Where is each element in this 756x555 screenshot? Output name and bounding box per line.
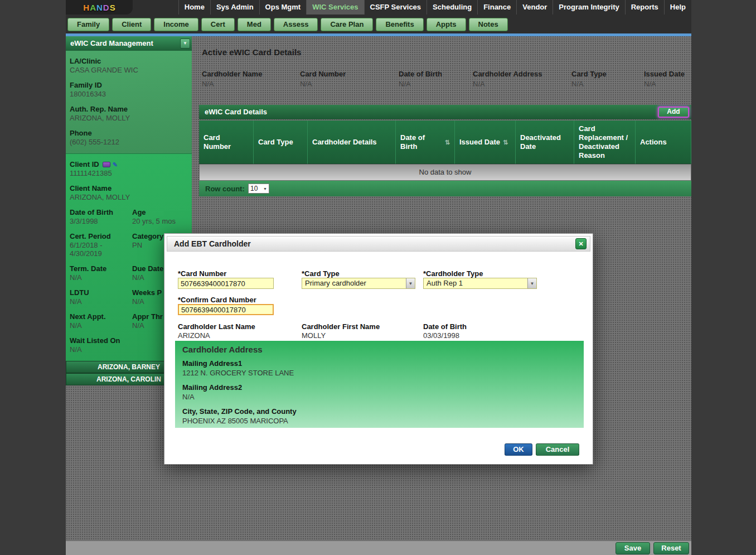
cancel-button[interactable]: Cancel — [536, 443, 579, 456]
column-label: Cardholder Details — [312, 138, 377, 147]
sidebar-header[interactable]: eWIC Card Management ▼ — [66, 36, 192, 51]
table-empty-message: No data to show — [199, 164, 691, 181]
tab-assess[interactable]: Assess — [274, 18, 318, 31]
field-label: Family ID — [70, 81, 188, 89]
column-label: Actions — [640, 138, 667, 147]
ewic-card-icon[interactable] — [103, 162, 110, 167]
dob-label: Date of Birth — [423, 322, 467, 331]
cardholder-type-select[interactable]: Auth Rep 1 ▼ — [423, 278, 537, 289]
summary-label: Card Type — [571, 70, 644, 79]
dialog-title: Add EBT Cardholder — [167, 237, 590, 251]
field-next-appt: Next Appt. N/A — [70, 312, 132, 330]
field-label: Date of Birth — [70, 208, 132, 216]
summary-label: Date of Birth — [399, 70, 473, 79]
column-replacement-reason[interactable]: Card Replacement / Deactivated Reason — [574, 120, 636, 164]
summary-label: Issued Date — [644, 70, 691, 79]
sort-icon[interactable]: ⇅ — [503, 138, 508, 147]
tab-appts[interactable]: Appts — [427, 18, 466, 31]
nav-item-home[interactable]: Home — [178, 0, 210, 15]
column-label: Card Replacement / Deactivated Reason — [579, 124, 631, 160]
field-label: Mailing Address2 — [182, 383, 576, 392]
dialog-titlebar[interactable]: Add EBT Cardholder ✕ — [167, 236, 590, 252]
client-id-label: Client ID — [70, 160, 99, 168]
hands-logo[interactable]: H A N D S — [66, 0, 133, 15]
field-mailing-address1: Mailing Address1 1212 N. GROCERY STORE L… — [182, 359, 576, 378]
field-value: 3/3/1998 — [70, 217, 132, 225]
tab-client[interactable]: Client — [112, 18, 151, 31]
save-button[interactable]: Save — [616, 542, 650, 554]
tab-benefits[interactable]: Benefits — [376, 18, 423, 31]
tab-cert[interactable]: Cert — [201, 18, 235, 31]
logo-letter: S — [110, 3, 115, 12]
column-cardholder-details[interactable]: Cardholder Details — [308, 120, 396, 164]
summary-cardholder-address: Cardholder Address N/A — [473, 70, 571, 88]
column-actions[interactable]: Actions — [636, 120, 691, 164]
card-number-input[interactable] — [178, 278, 274, 289]
ok-button[interactable]: OK — [505, 443, 532, 456]
confirm-card-number-label: *Confirm Card Number — [178, 296, 256, 304]
nav-item-vendor[interactable]: Vendor — [516, 0, 553, 15]
nav-item-finance[interactable]: Finance — [477, 0, 516, 15]
summary-label: Cardholder Address — [473, 70, 571, 79]
footer-bar: Save Reset — [66, 540, 691, 555]
cardholder-address-panel: Cardholder Address Mailing Address1 1212… — [175, 341, 584, 428]
summary-value: N/A — [399, 80, 473, 88]
field-client-id: Client ID✎ 11111421385 — [70, 160, 188, 177]
confirm-card-number-input[interactable] — [178, 304, 274, 315]
add-card-button[interactable]: Add — [658, 107, 689, 118]
field-family-id: Family ID 180016343 — [70, 81, 188, 98]
field-label: Phone — [70, 129, 188, 137]
tab-care-plan[interactable]: Care Plan — [321, 18, 373, 31]
field-label: Next Appt. — [70, 312, 132, 321]
nav-item-scheduling[interactable]: Scheduling — [427, 0, 477, 15]
column-issued-date[interactable]: Issued Date⇅ — [455, 120, 516, 164]
row-count-select[interactable]: 10 ▼ — [248, 184, 269, 194]
column-label: Card Number — [203, 133, 249, 151]
column-label: Card Type — [258, 138, 293, 147]
column-card-number[interactable]: Card Number — [199, 120, 254, 164]
edit-pencil-icon[interactable]: ✎ — [113, 162, 118, 167]
section-tabs: Family Client Income Cert Med Assess Car… — [67, 18, 508, 31]
field-label: Term. Date — [70, 264, 132, 273]
field-label: Auth. Rep. Name — [70, 105, 188, 113]
tab-notes[interactable]: Notes — [469, 18, 508, 31]
cardholder-type-label: *Cardholder Type — [423, 269, 483, 278]
field-value: N/A — [182, 393, 576, 402]
nav-item-sys-admin[interactable]: Sys Admin — [210, 0, 259, 15]
close-icon[interactable]: ✕ — [575, 238, 587, 249]
summary-cardholder-name: Cardholder Name N/A — [202, 70, 300, 88]
field-dob: Date of Birth 3/3/1998 — [70, 208, 132, 225]
nav-item-wic-services[interactable]: WIC Services — [306, 0, 364, 15]
column-card-type[interactable]: Card Type — [254, 120, 308, 164]
column-deactivated-date[interactable]: Deactivated Date — [516, 120, 574, 164]
nav-item-help[interactable]: Help — [664, 0, 691, 15]
column-date-of-birth[interactable]: Date of Birth⇅ — [396, 120, 455, 164]
nav-item-ops-mgmt[interactable]: Ops Mgmt — [259, 0, 307, 15]
summary-value: N/A — [644, 80, 691, 88]
summary-label: Card Number — [300, 70, 399, 79]
field-label: LA/Clinic — [70, 57, 188, 65]
chevron-down-icon: ▼ — [406, 278, 415, 288]
page-title: Active eWIC Card Details — [202, 47, 301, 57]
tab-income[interactable]: Income — [154, 18, 198, 31]
add-ebt-cardholder-dialog: Add EBT Cardholder ✕ *Card Number *Card … — [164, 233, 593, 465]
last-name-label: Cardholder Last Name — [178, 322, 255, 331]
tab-med[interactable]: Med — [238, 18, 271, 31]
chevron-down-icon[interactable]: ▼ — [180, 38, 190, 49]
tab-family[interactable]: Family — [67, 18, 109, 31]
field-mailing-address2: Mailing Address2 N/A — [182, 383, 576, 402]
field-client-name: Client Name ARIZONA, MOLLY — [70, 184, 188, 201]
nav-item-program-integrity[interactable]: Program Integrity — [553, 0, 624, 15]
nav-item-reports[interactable]: Reports — [625, 0, 664, 15]
nav-item-csfp-services[interactable]: CSFP Services — [364, 0, 427, 15]
field-row: Date of Birth 3/3/1998 Age 20 yrs, 5 mos — [70, 208, 188, 232]
field-value: 6/1/2018 - 4/30/2019 — [70, 241, 132, 258]
field-label: City, State, ZIP Code, and County — [182, 407, 576, 416]
reset-button[interactable]: Reset — [653, 542, 689, 554]
card-type-select[interactable]: Primary cardholder ▼ — [302, 278, 415, 289]
logo-letter: A — [90, 3, 96, 12]
sort-icon[interactable]: ⇅ — [445, 138, 450, 147]
last-name-value: ARIZONA — [178, 331, 210, 340]
field-value: ARIZONA, MOLLY — [70, 193, 188, 201]
field-value: 1212 N. GROCERY STORE LANE — [182, 369, 576, 378]
